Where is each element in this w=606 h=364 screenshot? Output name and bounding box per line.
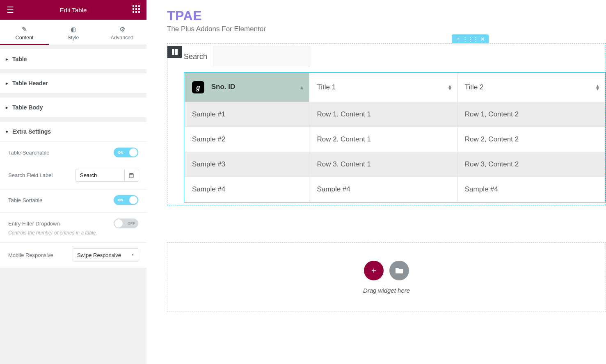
column-label: Title 2 xyxy=(465,83,484,91)
table-cell: Row 1, Content 2 xyxy=(457,102,605,127)
table-cell: Sample #1 xyxy=(185,102,309,127)
svg-rect-7 xyxy=(135,11,137,13)
table-row: Sample #1 Row 1, Content 1 Row 1, Conten… xyxy=(185,102,605,127)
table-search-input[interactable] xyxy=(213,46,309,67)
hamburger-icon[interactable]: ☰ xyxy=(7,5,14,15)
svg-rect-10 xyxy=(172,49,174,55)
ctrl-table-searchable: Table Searchable ON OFF xyxy=(0,142,146,163)
svg-rect-8 xyxy=(138,11,140,13)
table-cell: Sample #3 xyxy=(185,152,309,177)
tab-content[interactable]: ✎ Content xyxy=(0,20,49,45)
sidebar-header: ☰ Edit Table xyxy=(0,0,146,20)
close-section-icon[interactable]: ✕ xyxy=(476,34,489,43)
sort-icon: ▴▾ xyxy=(596,84,599,90)
panel-table-body[interactable]: Table Body xyxy=(0,98,146,118)
tab-label: Content xyxy=(16,35,34,41)
add-section-button[interactable]: ＋ xyxy=(364,261,384,280)
column-header-title-2[interactable]: Title 2 ▴▾ xyxy=(457,73,605,102)
search-label-input[interactable] xyxy=(75,169,125,182)
svg-rect-3 xyxy=(133,8,134,10)
add-template-button[interactable] xyxy=(389,261,409,280)
table-cell: Sample #4 xyxy=(309,177,457,202)
panel-extra-settings[interactable]: Extra Settings xyxy=(0,122,146,142)
table-cell: Row 3, Content 2 xyxy=(457,152,605,177)
tab-advanced[interactable]: ⚙ Advanced xyxy=(98,20,146,45)
edit-section-icon[interactable]: ⋮⋮⋮ xyxy=(464,34,476,43)
svg-rect-6 xyxy=(133,11,134,13)
svg-rect-2 xyxy=(138,5,140,7)
column-label: Sno. ID xyxy=(211,83,236,91)
sort-asc-icon: ▴ xyxy=(300,86,303,89)
table-row: Sample #3 Row 3, Content 1 Row 3, Conten… xyxy=(185,152,605,177)
toggle-table-searchable[interactable]: ON OFF xyxy=(114,148,138,157)
table-row: Sample #4 Sample #4 Sample #4 xyxy=(185,177,605,202)
table-cell: Sample #4 xyxy=(457,177,605,202)
table-cell: Row 2, Content 2 xyxy=(457,127,605,152)
control-label: Entry Filter Dropdown xyxy=(8,221,60,227)
pencil-icon: ✎ xyxy=(0,25,49,33)
panel-list: Table Table Header Table Body Extra Sett… xyxy=(0,45,146,364)
svg-rect-11 xyxy=(175,49,178,55)
svg-point-9 xyxy=(129,173,133,175)
table-row: Sample #2 Row 2, Content 1 Row 2, Conten… xyxy=(185,127,605,152)
column-header-sno-id[interactable]: g Sno. ID ▴ xyxy=(185,73,309,102)
table-widget-selected[interactable]: ＋ ⋮⋮⋮ ✕ Search g Sno. ID ▴ xyxy=(167,43,606,205)
brand-subtitle: The Plus Addons For Elementor xyxy=(167,25,606,33)
tab-style[interactable]: ◐ Style xyxy=(49,20,98,45)
panel-table[interactable]: Table xyxy=(0,49,146,69)
column-label: Title 1 xyxy=(317,83,336,91)
svg-rect-0 xyxy=(133,5,134,7)
control-label: Table Sortable xyxy=(8,197,42,203)
editor-tabs: ✎ Content ◐ Style ⚙ Advanced xyxy=(0,20,146,45)
toggle-entry-filter[interactable]: ON OFF xyxy=(114,218,138,228)
apps-grid-icon[interactable] xyxy=(133,5,140,15)
table-search-label: Search xyxy=(184,52,207,61)
ctrl-search-field-label: Search Field Label xyxy=(0,163,146,189)
ctrl-table-sortable: Table Sortable ON OFF xyxy=(0,189,146,213)
contrast-icon: ◐ xyxy=(49,25,98,33)
tab-label: Advanced xyxy=(111,35,134,41)
widget-dropzone[interactable]: ＋ Drag widget here xyxy=(167,242,606,312)
control-label: Table Searchable xyxy=(8,150,49,156)
section-toolbar: ＋ ⋮⋮⋮ ✕ xyxy=(452,34,489,43)
table-cell: Row 2, Content 1 xyxy=(309,127,457,152)
dropzone-text: Drag widget here xyxy=(363,287,410,294)
help-text: Controls the number of entries in a tabl… xyxy=(0,230,146,242)
data-table: g Sno. ID ▴ Title 1 ▴▾ Title 2 ▴▾ xyxy=(184,73,605,202)
svg-rect-5 xyxy=(138,8,140,10)
table-cell: Row 1, Content 1 xyxy=(309,102,457,127)
preview-canvas: TPAE The Plus Addons For Elementor ＋ ⋮⋮⋮… xyxy=(146,0,606,364)
table-cell: Row 3, Content 1 xyxy=(309,152,457,177)
sidebar-title: Edit Table xyxy=(60,7,87,14)
toggle-table-sortable[interactable]: ON OFF xyxy=(114,195,138,205)
dynamic-tags-icon[interactable] xyxy=(125,169,138,182)
editor-sidebar: ☰ Edit Table ✎ Content ◐ Style ⚙ Advance… xyxy=(0,0,146,364)
table-cell: Sample #2 xyxy=(185,127,309,152)
control-label: Search Field Label xyxy=(8,172,53,178)
control-label: Mobile Responsive xyxy=(8,252,53,258)
table-cell: Sample #4 xyxy=(185,177,309,202)
ctrl-entry-filter: Entry Filter Dropdown ON OFF xyxy=(0,213,146,230)
sort-icon: ▴▾ xyxy=(448,84,451,90)
column-brand-icon: g xyxy=(192,81,204,93)
column-header-title-1[interactable]: Title 1 ▴▾ xyxy=(309,73,457,102)
svg-rect-1 xyxy=(135,5,137,7)
widget-edit-handle-icon[interactable] xyxy=(167,46,182,58)
table-search-row: Search xyxy=(184,46,606,67)
select-mobile-responsive[interactable]: Swipe Responsive xyxy=(73,248,138,262)
extra-settings-body: Table Searchable ON OFF Search Field Lab… xyxy=(0,142,146,268)
tab-label: Style xyxy=(68,35,79,41)
ctrl-mobile-responsive: Mobile Responsive Swipe Responsive xyxy=(0,243,146,268)
brand-title: TPAE xyxy=(167,8,606,23)
svg-rect-4 xyxy=(135,8,137,10)
gear-icon: ⚙ xyxy=(98,25,146,33)
panel-table-header[interactable]: Table Header xyxy=(0,73,146,93)
